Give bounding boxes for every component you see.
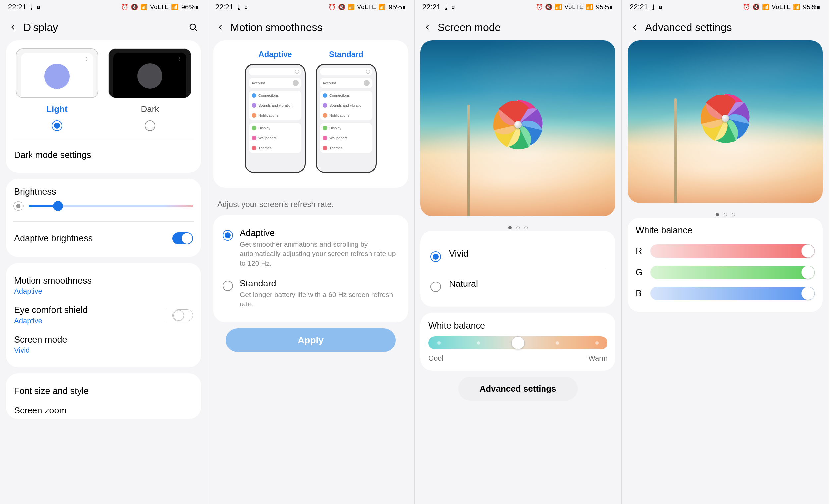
header: Screen mode (414, 14, 622, 40)
preview-standard: Standard Account Connections Sounds and … (316, 50, 377, 173)
theme-preview-dark: ⋮ (109, 49, 191, 98)
rgb-row-g: G (636, 262, 815, 283)
back-icon[interactable] (423, 22, 432, 32)
font-size-row[interactable]: Font size and style (14, 381, 193, 401)
slider-red[interactable] (650, 244, 815, 258)
header: Advanced settings (622, 14, 829, 40)
status-bar: 22:21 ⭳ ⊡ ⏰ 🔇 📶 VoLTE 📶 95%∎ (207, 0, 414, 14)
status-right-icons: ⏰ 🔇 📶 VoLTE 📶 (328, 3, 386, 10)
radio-dark[interactable] (145, 120, 155, 131)
preview-phone-standard: Account Connections Sounds and vibration… (316, 64, 377, 173)
option-vivid[interactable]: Vivid (428, 239, 607, 269)
white-balance-card: White balance Cool Warm (421, 313, 615, 371)
back-icon[interactable] (630, 22, 640, 32)
option-standard[interactable]: Standard Get longer battery life with a … (221, 273, 400, 314)
status-battery: 95%∎ (389, 3, 406, 11)
theme-option-light[interactable]: ⋮ Light (14, 49, 100, 131)
search-icon[interactable] (188, 22, 199, 33)
status-battery: 95%∎ (803, 3, 821, 11)
screen-mode-row[interactable]: Screen mode Vivid (14, 330, 193, 359)
eye-comfort-toggle[interactable] (172, 309, 193, 321)
theme-option-dark[interactable]: ⋮ Dark (107, 49, 193, 131)
brightness-label: Brightness (14, 187, 193, 197)
radio-natural[interactable] (430, 281, 441, 292)
refresh-preview-card: Adaptive Account Connections Sounds and … (213, 40, 408, 188)
preview-adaptive: Adaptive Account Connections Sounds and … (245, 50, 306, 173)
status-bar: 22:21 ⭳ ⊡ ⏰ 🔇 📶 VoLTE 📶 95%∎ (414, 0, 622, 14)
refresh-rate-description: Adjust your screen's refresh rate. (207, 194, 414, 215)
mode-options-card: Vivid Natural (421, 231, 615, 307)
status-battery: 95%∎ (596, 3, 613, 11)
pinwheel-icon (676, 69, 775, 168)
preview-phone-adaptive: Account Connections Sounds and vibration… (245, 64, 306, 173)
back-icon[interactable] (8, 22, 18, 32)
back-icon[interactable] (215, 22, 225, 32)
status-left-icons: ⭳ ⊡ (651, 4, 662, 10)
panel-motion-smoothness: 22:21 ⭳ ⊡ ⏰ 🔇 📶 VoLTE 📶 95%∎ Motion smoo… (207, 0, 414, 504)
slider-green[interactable] (650, 266, 815, 279)
status-right-icons: ⏰ 🔇 📶 VoLTE 📶 (121, 3, 179, 10)
status-left-icons: ⭳ ⊡ (443, 4, 455, 10)
pinwheel-icon (468, 75, 568, 174)
page-title: Screen mode (438, 21, 613, 33)
status-time: 22:21 (215, 3, 233, 11)
apply-button[interactable]: Apply (226, 328, 396, 352)
brightness-slider[interactable] (29, 205, 193, 207)
radio-vivid[interactable] (430, 251, 441, 262)
font-card: Font size and style Screen zoom (6, 373, 201, 419)
brightness-card: Brightness Adaptive brightness (6, 179, 201, 257)
panel-advanced-settings: 22:21 ⭳ ⊡ ⏰ 🔇 📶 VoLTE 📶 95%∎ Advanced se… (622, 0, 829, 504)
rgb-balance-card: White balance R G B (628, 217, 823, 312)
status-time: 22:21 (630, 3, 648, 11)
status-left-icons: ⭳ ⊡ (29, 4, 40, 10)
option-adaptive[interactable]: Adaptive Get smoother animations and scr… (221, 223, 400, 273)
header: Display (0, 14, 207, 40)
eye-comfort-row[interactable]: Eye comfort shield Adaptive (14, 300, 193, 330)
status-right-icons: ⏰ 🔇 📶 VoLTE 📶 (743, 3, 801, 10)
status-bar: 22:21 ⭳ ⊡ ⏰ 🔇 📶 VoLTE 📶 95%∎ (622, 0, 829, 14)
svg-point-0 (190, 24, 195, 29)
carousel-dots[interactable] (622, 209, 829, 217)
option-natural[interactable]: Natural (428, 269, 607, 299)
advanced-settings-button[interactable]: Advanced settings (458, 377, 578, 401)
wb-cool-label: Cool (428, 354, 443, 363)
page-title: Display (23, 21, 182, 33)
display-options-card: Motion smoothness Adaptive Eye comfort s… (6, 263, 201, 367)
page-title: Advanced settings (645, 21, 821, 33)
status-time: 22:21 (423, 3, 441, 11)
slider-blue[interactable] (650, 287, 815, 300)
screen-zoom-row[interactable]: Screen zoom (14, 401, 193, 416)
carousel-dots[interactable] (414, 222, 622, 231)
dark-mode-settings-row[interactable]: Dark mode settings (14, 145, 193, 165)
motion-smoothness-row[interactable]: Motion smoothness Adaptive (14, 271, 193, 300)
header: Motion smoothness (207, 14, 414, 40)
theme-preview-light: ⋮ (16, 49, 98, 98)
theme-label-light: Light (47, 104, 68, 114)
radio-adaptive[interactable] (223, 230, 233, 241)
radio-standard[interactable] (223, 280, 233, 291)
white-balance-thumb[interactable] (511, 336, 524, 350)
status-battery: 96%∎ (181, 3, 199, 11)
page-title: Motion smoothness (230, 21, 406, 33)
preview-image[interactable] (421, 40, 615, 216)
svg-line-1 (195, 29, 197, 30)
slider-red-thumb[interactable] (801, 244, 815, 258)
panel-screen-mode: 22:21 ⭳ ⊡ ⏰ 🔇 📶 VoLTE 📶 95%∎ Screen mode (414, 0, 622, 504)
rgb-row-b: B (636, 283, 815, 304)
rgb-row-r: R (636, 240, 815, 262)
brightness-thumb[interactable] (53, 201, 63, 211)
adaptive-brightness-row[interactable]: Adaptive brightness (14, 228, 193, 249)
white-balance-slider[interactable] (428, 336, 607, 350)
adaptive-brightness-toggle[interactable] (172, 232, 193, 244)
panel-display: 22:21 ⭳ ⊡ ⏰ 🔇 📶 VoLTE 📶 96%∎ Display ⋮ L… (0, 0, 207, 504)
slider-blue-thumb[interactable] (801, 287, 815, 300)
status-bar: 22:21 ⭳ ⊡ ⏰ 🔇 📶 VoLTE 📶 96%∎ (0, 0, 207, 14)
wb-warm-label: Warm (588, 354, 607, 363)
brightness-icon (14, 202, 23, 210)
radio-light[interactable] (52, 120, 62, 131)
status-left-icons: ⭳ ⊡ (236, 4, 248, 10)
status-time: 22:21 (8, 3, 26, 11)
slider-green-thumb[interactable] (801, 266, 815, 279)
theme-card: ⋮ Light ⋮ Dark Dark mode settings (6, 40, 201, 173)
preview-image[interactable] (628, 40, 823, 203)
